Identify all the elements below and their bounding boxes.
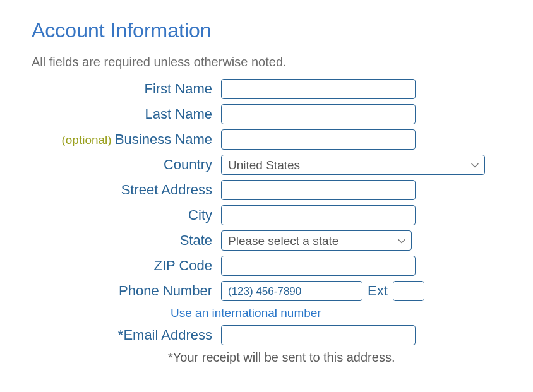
- optional-prefix: (optional): [61, 133, 115, 146]
- row-state: State Please select a state: [32, 230, 501, 251]
- label-ext: Ext: [368, 283, 388, 299]
- label-phone: Phone Number: [32, 283, 221, 299]
- label-country: Country: [32, 157, 221, 173]
- required-note: All fields are required unless otherwise…: [32, 55, 501, 69]
- label-last-name: Last Name: [32, 106, 221, 122]
- input-first-name[interactable]: [221, 79, 416, 99]
- input-last-name[interactable]: [221, 104, 416, 124]
- row-city: City: [32, 205, 501, 225]
- link-intl-number[interactable]: Use an international number: [171, 306, 321, 319]
- page-heading: Account Information: [32, 19, 501, 42]
- row-last-name: Last Name: [32, 104, 501, 124]
- input-zip[interactable]: [221, 256, 416, 276]
- label-zip: ZIP Code: [32, 258, 221, 274]
- row-zip: ZIP Code: [32, 256, 501, 276]
- select-state[interactable]: Please select a state: [221, 230, 412, 251]
- row-business-name: (optional) Business Name: [32, 129, 501, 150]
- label-street-address: Street Address: [32, 182, 221, 198]
- label-first-name: First Name: [32, 81, 221, 97]
- row-email: *Email Address: [32, 325, 501, 345]
- email-receipt-note: *Your receipt will be sent to this addre…: [32, 350, 501, 365]
- label-city: City: [32, 207, 221, 223]
- label-state: State: [32, 232, 221, 249]
- select-country[interactable]: United States: [221, 155, 485, 175]
- input-city[interactable]: [221, 205, 416, 225]
- input-street-address[interactable]: [221, 180, 416, 200]
- label-business-name: (optional) Business Name: [32, 131, 221, 148]
- label-email: *Email Address: [32, 327, 221, 343]
- input-phone[interactable]: [221, 281, 362, 301]
- row-first-name: First Name: [32, 79, 501, 99]
- row-country: Country United States: [32, 155, 501, 175]
- input-business-name[interactable]: [221, 129, 416, 150]
- row-intl-link: Use an international number: [32, 306, 501, 320]
- input-email[interactable]: [221, 325, 416, 345]
- row-phone: Phone Number Ext: [32, 281, 501, 301]
- input-ext[interactable]: [393, 281, 424, 301]
- row-street-address: Street Address: [32, 180, 501, 200]
